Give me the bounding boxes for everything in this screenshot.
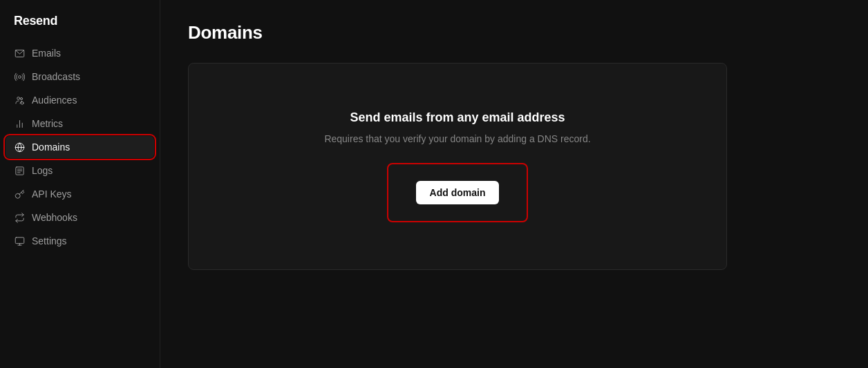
- main-content: Domains Send emails from any email addre…: [160, 0, 868, 368]
- webhooks-icon: [14, 212, 25, 223]
- logs-icon: [14, 165, 25, 176]
- key-icon: [14, 188, 25, 200]
- empty-state-title: Send emails from any email address: [350, 110, 565, 125]
- sidebar-item-label: Webhooks: [32, 212, 77, 223]
- svg-point-2: [17, 97, 19, 99]
- sidebar-item-label: Audiences: [32, 95, 77, 106]
- metrics-icon: [14, 118, 25, 129]
- audiences-icon: [14, 95, 25, 106]
- sidebar-item-api-keys[interactable]: API Keys: [6, 183, 154, 205]
- sidebar-item-label: Emails: [32, 48, 61, 59]
- sidebar-item-domains[interactable]: Domains: [6, 136, 154, 158]
- add-domain-button[interactable]: Add domain: [416, 181, 500, 204]
- svg-point-1: [18, 75, 21, 78]
- settings-icon: [14, 235, 25, 246]
- app-logo: Resend: [0, 0, 160, 39]
- sidebar-item-audiences[interactable]: Audiences: [6, 89, 154, 111]
- sidebar-item-emails[interactable]: Emails: [6, 42, 154, 64]
- broadcast-icon: [14, 71, 25, 82]
- mail-icon: [14, 48, 25, 59]
- sidebar-item-label: Broadcasts: [32, 71, 80, 82]
- empty-state-description: Requires that you verify your domain by …: [324, 132, 590, 146]
- svg-point-4: [21, 101, 23, 104]
- sidebar-nav: Emails Broadcasts Audiences Metrics: [0, 39, 160, 255]
- sidebar-item-label: Settings: [32, 235, 67, 246]
- svg-rect-14: [15, 237, 24, 243]
- sidebar-item-logs[interactable]: Logs: [6, 159, 154, 182]
- sidebar-item-webhooks[interactable]: Webhooks: [6, 206, 154, 229]
- sidebar-item-label: API Keys: [32, 188, 72, 200]
- sidebar-item-label: Domains: [32, 142, 70, 153]
- sidebar-item-broadcasts[interactable]: Broadcasts: [6, 66, 154, 88]
- add-domain-highlight-box: Add domain: [387, 163, 529, 222]
- sidebar: Resend Emails Broadcasts Audiences: [0, 0, 160, 368]
- sidebar-item-metrics[interactable]: Metrics: [6, 113, 154, 135]
- sidebar-item-settings[interactable]: Settings: [6, 230, 154, 252]
- sidebar-item-label: Logs: [32, 165, 53, 176]
- sidebar-item-label: Metrics: [32, 118, 63, 129]
- svg-point-3: [20, 97, 22, 99]
- domains-empty-state: Send emails from any email address Requi…: [296, 69, 618, 264]
- domains-card: Send emails from any email address Requi…: [188, 63, 727, 270]
- globe-icon: [14, 142, 25, 153]
- page-title: Domains: [188, 22, 840, 43]
